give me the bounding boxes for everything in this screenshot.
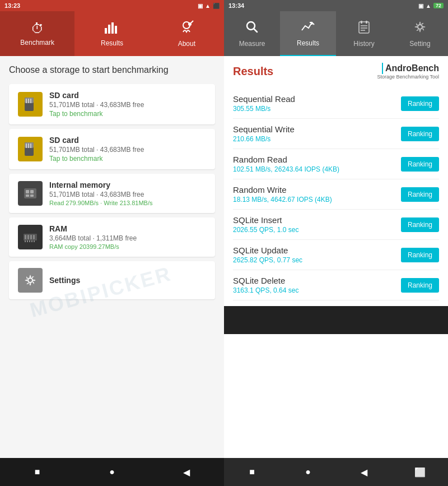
right-nav-back[interactable]: ◀ bbox=[356, 464, 372, 480]
svg-rect-14 bbox=[26, 144, 27, 148]
benchmark-icon: ⏱ bbox=[31, 21, 44, 36]
ram-info: RAM 3,664MB total · 1,311MB free RAM cop… bbox=[49, 224, 137, 250]
tab-results-right[interactable]: Results bbox=[280, 11, 336, 56]
ram-name: RAM bbox=[49, 224, 137, 233]
left-header: ⏱ Benchmark Results bbox=[0, 11, 224, 56]
androbench-bar bbox=[382, 63, 383, 74]
svg-rect-11 bbox=[30, 99, 31, 103]
svg-rect-36 bbox=[361, 21, 362, 24]
svg-rect-17 bbox=[24, 188, 36, 198]
internal-name: Internal memory bbox=[49, 180, 152, 189]
left-nav-back[interactable]: ◀ bbox=[178, 464, 195, 480]
svg-rect-29 bbox=[29, 240, 30, 242]
right-nav-window[interactable]: ⬜ bbox=[412, 464, 428, 480]
setting-label: Setting bbox=[409, 40, 430, 48]
settings-info: Settings bbox=[49, 276, 80, 285]
results-icon-right bbox=[301, 19, 315, 37]
svg-rect-20 bbox=[26, 195, 29, 197]
result-rand-read-info: Random Read 102.51 MB/s, 26243.64 IOPS (… bbox=[233, 155, 339, 173]
result-sequential-write: Sequential Write 210.66 MB/s Ranking bbox=[233, 119, 439, 149]
result-sequential-read: Sequential Read 305.55 MB/s Ranking bbox=[233, 89, 439, 119]
setting-icon bbox=[413, 20, 427, 38]
svg-rect-3 bbox=[115, 26, 117, 34]
tab-results-left[interactable]: Results bbox=[74, 11, 149, 56]
svg-rect-28 bbox=[27, 240, 28, 242]
results-page-title: Results bbox=[233, 65, 273, 78]
right-screen: Measure Results bbox=[224, 11, 448, 458]
svg-rect-15 bbox=[28, 144, 29, 148]
ranking-btn-seq-read[interactable]: Ranking bbox=[401, 96, 439, 111]
ram-details: 3,664MB total · 1,311MB free bbox=[49, 234, 137, 242]
left-nav-circle[interactable]: ● bbox=[104, 464, 120, 480]
svg-rect-16 bbox=[30, 144, 31, 148]
sd2-icon bbox=[18, 137, 43, 161]
result-sqlite-insert-info: SQLite Insert 2026.55 QPS, 1.0 sec bbox=[233, 215, 298, 234]
sd2-name: SD card bbox=[49, 136, 144, 145]
storage-item-sd1[interactable]: SD card 51,701MB total · 43,683MB free T… bbox=[9, 84, 215, 124]
result-rand-write-value: 18.13 MB/s, 4642.67 IOPS (4KB) bbox=[233, 196, 332, 203]
results-header: Results AndroBench Storage Benchmarking … bbox=[233, 63, 439, 80]
svg-rect-37 bbox=[366, 21, 367, 24]
svg-rect-26 bbox=[33, 235, 35, 239]
svg-line-6 bbox=[191, 21, 193, 23]
androbench-subtitle: Storage Benchmarking Tool bbox=[377, 74, 439, 80]
measure-icon bbox=[245, 20, 259, 38]
storage-item-settings[interactable]: Settings bbox=[9, 261, 215, 299]
ranking-btn-seq-write[interactable]: Ranking bbox=[401, 127, 439, 141]
result-seq-read-value: 305.55 MB/s bbox=[233, 105, 295, 113]
ram-icon bbox=[18, 225, 43, 249]
result-rand-write-info: Random Write 18.13 MB/s, 4642.67 IOPS (4… bbox=[233, 185, 332, 203]
svg-rect-25 bbox=[30, 235, 32, 239]
tab-history[interactable]: History bbox=[336, 11, 392, 56]
result-sqlite-update-name: SQLite Update bbox=[233, 246, 302, 255]
storage-item-sd2[interactable]: SD card 51,701MB total · 43,683MB free T… bbox=[9, 129, 215, 169]
ranking-btn-rand-read[interactable]: Ranking bbox=[401, 157, 439, 172]
measure-label: Measure bbox=[239, 40, 265, 48]
svg-rect-9 bbox=[26, 99, 27, 103]
sd1-action: Tap to benchmark bbox=[49, 110, 144, 118]
result-seq-read-name: Sequential Read bbox=[233, 94, 295, 104]
svg-rect-1 bbox=[108, 25, 110, 34]
right-nav-circle[interactable]: ● bbox=[300, 464, 316, 480]
right-nav-bar: ■ ● ◀ ⬜ bbox=[224, 458, 448, 486]
result-random-write: Random Write 18.13 MB/s, 4642.67 IOPS (4… bbox=[233, 179, 439, 210]
benchmark-label: Benchmark bbox=[20, 39, 54, 47]
svg-rect-23 bbox=[25, 235, 26, 239]
right-content: Results AndroBench Storage Benchmarking … bbox=[224, 56, 448, 458]
svg-line-34 bbox=[254, 29, 257, 32]
left-content: MOBIPICKER Choose a storage to start ben… bbox=[0, 56, 224, 458]
ranking-btn-sqlite-insert[interactable]: Ranking bbox=[401, 217, 439, 232]
left-screen: ⏱ Benchmark Results bbox=[0, 11, 224, 458]
result-sqlite-insert-name: SQLite Insert bbox=[233, 215, 298, 225]
right-time: 13:34 bbox=[228, 2, 244, 9]
sd1-info: SD card 51,701MB total · 43,683MB free T… bbox=[49, 91, 144, 118]
svg-rect-30 bbox=[31, 240, 32, 242]
tab-about[interactable]: About bbox=[150, 11, 224, 56]
result-sqlite-update: SQLite Update 2625.82 QPS, 0.77 sec Rank… bbox=[233, 240, 439, 270]
storage-item-ram[interactable]: RAM 3,664MB total · 1,311MB free RAM cop… bbox=[9, 217, 215, 257]
tab-measure[interactable]: Measure bbox=[224, 11, 280, 56]
svg-point-41 bbox=[418, 25, 422, 29]
svg-rect-35 bbox=[359, 22, 369, 33]
right-nav-square[interactable]: ■ bbox=[244, 464, 260, 480]
result-rand-read-name: Random Read bbox=[233, 155, 339, 164]
history-label: History bbox=[353, 40, 374, 48]
sd1-icon bbox=[18, 92, 43, 117]
ranking-btn-sqlite-delete[interactable]: Ranking bbox=[401, 278, 439, 293]
results-label-left: Results bbox=[101, 39, 123, 47]
storage-item-internal[interactable]: Internal memory 51,701MB total · 43,683M… bbox=[9, 174, 215, 213]
ranking-btn-rand-write[interactable]: Ranking bbox=[401, 187, 439, 202]
left-nav-square[interactable]: ■ bbox=[29, 464, 46, 480]
tab-setting[interactable]: Setting bbox=[392, 11, 448, 56]
result-sqlite-delete-info: SQLite Delete 3163.1 QPS, 0.64 sec bbox=[233, 276, 298, 294]
right-header: Measure Results bbox=[224, 11, 448, 56]
history-icon bbox=[357, 20, 371, 38]
result-random-read: Random Read 102.51 MB/s, 26243.64 IOPS (… bbox=[233, 149, 439, 179]
result-seq-read-info: Sequential Read 305.55 MB/s bbox=[233, 94, 295, 113]
tab-benchmark[interactable]: ⏱ Benchmark bbox=[0, 11, 74, 56]
result-sqlite-update-value: 2625.82 QPS, 0.77 sec bbox=[233, 256, 302, 264]
ranking-btn-sqlite-update[interactable]: Ranking bbox=[401, 248, 439, 262]
results-icon-left bbox=[104, 20, 120, 37]
sd2-details: 51,701MB total · 43,683MB free bbox=[49, 146, 144, 154]
sd2-info: SD card 51,701MB total · 43,683MB free T… bbox=[49, 136, 144, 163]
